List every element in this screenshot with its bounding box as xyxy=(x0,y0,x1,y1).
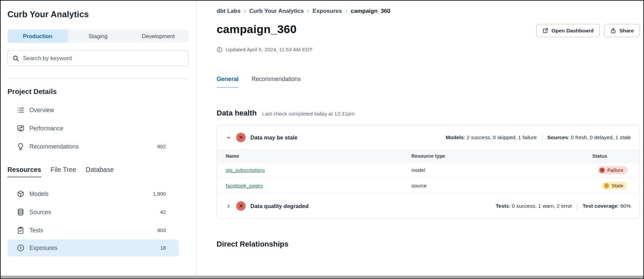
sidebar-item-label: Exposures xyxy=(29,245,155,252)
project-name-title: Curb Your Analytics xyxy=(7,9,196,19)
breadcrumb-current: campaign_360 xyxy=(351,8,390,15)
clipboard-check-icon xyxy=(17,227,24,234)
open-dashboard-button[interactable]: Open Dashboard xyxy=(536,24,600,37)
column-header-status: Status xyxy=(572,153,640,159)
sidebar-item-label: Overview xyxy=(29,107,161,114)
sidebar-item-label: Tests xyxy=(29,227,152,234)
table-header-row: Name Resource type Status xyxy=(217,150,640,162)
chevron-down-icon[interactable] xyxy=(226,135,231,141)
quality-group-row[interactable]: ✕ Data quality degraded Tests: 0 success… xyxy=(217,194,640,219)
breadcrumb: dbt Labs › Curb Your Analytics › Exposur… xyxy=(217,7,640,15)
sidebar-item-sources[interactable]: Sources 42 xyxy=(7,203,179,221)
sidebar-item-exposures[interactable]: Exposures 18 xyxy=(7,239,179,256)
page-title: campaign_360 xyxy=(217,23,297,36)
direct-relationships-heading: Direct Relationships xyxy=(217,240,640,249)
status-badge-label: Failure xyxy=(607,168,623,173)
quality-group-title: Data quality degraded xyxy=(250,203,491,209)
search-input[interactable] xyxy=(23,55,183,62)
coverage-stats-value: : 60% xyxy=(617,203,631,209)
sidebar-item-count: 18 xyxy=(160,245,166,251)
resources-list: Models 1,800 Sources 42 Tests 903 Exposu… xyxy=(7,185,196,256)
data-health-card: ✕ Data may be stale Models: 2 success, 0… xyxy=(217,125,640,219)
resource-type: model xyxy=(411,167,572,173)
resource-link-facebook-pages[interactable]: facebook_pages xyxy=(226,183,263,188)
breadcrumb-separator-icon: › xyxy=(345,7,347,15)
tests-stats-label: Tests xyxy=(496,203,509,209)
breadcrumb-separator-icon: › xyxy=(244,7,246,15)
breadcrumb-dbt-labs[interactable]: dbt Labs xyxy=(217,8,241,15)
chevron-right-icon[interactable] xyxy=(226,203,231,209)
env-tab-production[interactable]: Production xyxy=(7,29,68,43)
main-content: dbt Labs › Curb Your Analytics › Exposur… xyxy=(197,1,644,278)
app-window: Curb Your Analytics Production Staging D… xyxy=(0,0,644,279)
sidebar-item-label: Performance xyxy=(29,125,161,132)
column-header-name: Name xyxy=(217,153,411,159)
sources-stats-label: Sources xyxy=(547,134,568,140)
breadcrumb-separator-icon: › xyxy=(307,7,309,15)
tab-database[interactable]: Database xyxy=(86,166,114,177)
column-header-resource-type: Resource type xyxy=(411,153,572,159)
sidebar-item-overview[interactable]: Overview xyxy=(7,101,179,119)
failure-circle-icon: ✕ xyxy=(599,168,605,173)
models-stats-label: Models xyxy=(446,134,464,140)
detail-tabs: General Recommendations xyxy=(217,76,640,88)
search-box[interactable] xyxy=(7,50,189,66)
quality-group-stats: Tests: 0 success, 1 warn, 2 error Test c… xyxy=(496,203,631,209)
breadcrumb-exposures[interactable]: Exposures xyxy=(313,8,342,15)
sidebar-item-models[interactable]: Models 1,800 xyxy=(7,185,179,203)
updated-timestamp: Updated April 5, 2024, 11:53 AM EDT xyxy=(217,47,640,53)
stale-group-row[interactable]: ✕ Data may be stale Models: 2 success, 0… xyxy=(217,125,640,150)
project-details-heading: Project Details xyxy=(7,87,196,96)
sources-stats-value: : 0 fresh, 0 delayed, 1 stale xyxy=(568,134,631,140)
sidebar-item-label: Recommendations xyxy=(29,143,152,150)
env-tab-development[interactable]: Development xyxy=(128,29,189,43)
sidebar-item-label: Sources xyxy=(29,209,155,216)
sidebar-item-performance[interactable]: Performance xyxy=(7,119,179,137)
external-link-icon xyxy=(542,28,548,34)
list-icon xyxy=(17,106,24,114)
sidebar-item-recommendations[interactable]: Recommendations 802 xyxy=(7,137,179,156)
resource-link-stg-subscriptions[interactable]: stg_subscriptions xyxy=(226,167,265,173)
tab-general[interactable]: General xyxy=(217,76,239,88)
table-row: stg_subscriptions model ✕Failure xyxy=(217,162,640,178)
stats-divider xyxy=(542,134,542,141)
env-tab-staging[interactable]: Staging xyxy=(68,29,128,43)
gauge-icon xyxy=(17,244,24,252)
share-label: Share xyxy=(619,28,634,34)
sidebar-item-count: 42 xyxy=(160,209,166,215)
database-icon xyxy=(17,208,24,216)
header-actions: Open Dashboard Share xyxy=(536,23,640,37)
search-icon xyxy=(13,55,19,62)
stale-group-title: Data may be stale xyxy=(250,134,441,141)
sidebar: Curb Your Analytics Production Staging D… xyxy=(1,1,197,278)
tab-file-tree[interactable]: File Tree xyxy=(51,166,76,177)
share-icon xyxy=(610,28,616,34)
data-health-heading: Data health xyxy=(217,109,257,118)
cube-icon xyxy=(17,190,24,198)
data-health-subtext: Last check completed today at 12:31pm xyxy=(262,111,355,117)
clock-icon xyxy=(217,47,223,53)
sidebar-item-label: Models xyxy=(29,191,148,198)
stats-divider xyxy=(577,203,577,209)
stale-group-stats: Models: 2 success, 0 skipped, 1 failure … xyxy=(446,134,631,141)
sidebar-divider xyxy=(7,78,189,79)
status-badge-stale: !Stale xyxy=(602,182,627,190)
tab-resources[interactable]: Resources xyxy=(7,166,41,177)
environment-switcher: Production Staging Development xyxy=(7,29,189,43)
project-details-list: Overview Performance Recommendations 802 xyxy=(7,101,196,156)
status-badge-label: Stale xyxy=(612,183,623,188)
sidebar-item-count: 903 xyxy=(157,227,166,233)
stale-circle-icon: ! xyxy=(604,183,609,188)
tests-stats-value: : 0 success, 1 warn, 2 error xyxy=(509,203,572,209)
sidebar-item-tests[interactable]: Tests 903 xyxy=(7,221,179,239)
share-button[interactable]: Share xyxy=(604,24,640,37)
performance-chart-icon xyxy=(17,125,24,132)
sidebar-item-count: 802 xyxy=(157,144,166,150)
coverage-stats-label: Test coverage xyxy=(583,203,617,209)
tab-recommendations[interactable]: Recommendations xyxy=(251,76,301,88)
resource-view-tabs: Resources File Tree Database xyxy=(7,166,196,177)
breadcrumb-project[interactable]: Curb Your Analytics xyxy=(249,8,304,15)
resource-type: source xyxy=(411,183,572,188)
error-status-icon: ✕ xyxy=(236,201,246,211)
horizontal-scrollbar[interactable] xyxy=(1,276,643,278)
